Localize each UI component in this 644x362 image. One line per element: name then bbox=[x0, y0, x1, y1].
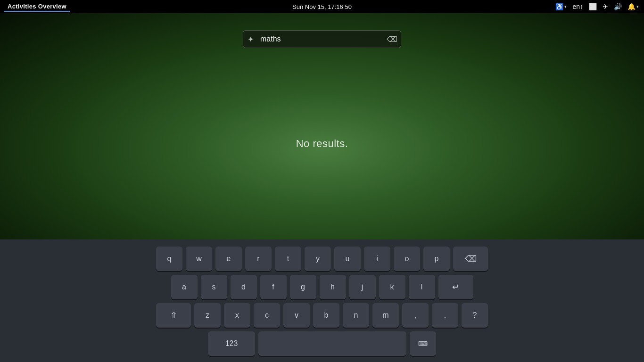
key-m[interactable]: m bbox=[372, 303, 399, 328]
display-tray-item[interactable]: ⬜ bbox=[587, 3, 598, 10]
search-input[interactable] bbox=[243, 30, 401, 48]
key-shift[interactable]: ⇧ bbox=[156, 303, 191, 328]
key-c[interactable]: c bbox=[254, 303, 280, 328]
key-l[interactable]: l bbox=[409, 275, 435, 299]
key-z[interactable]: z bbox=[194, 303, 221, 328]
keyboard-row-1: q w e r t y u i o p ⌫ bbox=[156, 247, 488, 271]
key-comma[interactable]: , bbox=[402, 303, 429, 328]
key-p[interactable]: p bbox=[423, 247, 450, 271]
keyboard-row-4: 123 ⌨ bbox=[208, 331, 436, 356]
key-j[interactable]: j bbox=[349, 275, 376, 299]
key-k[interactable]: k bbox=[379, 275, 405, 299]
system-tray: ♿ ▾ en↑ ⬜ ✈ 🔊 🔔 ▾ bbox=[554, 3, 640, 10]
accessibility-icon: ♿ bbox=[555, 3, 563, 10]
key-space[interactable] bbox=[258, 331, 406, 356]
no-results-label: No results. bbox=[296, 138, 348, 150]
accessibility-chevron: ▾ bbox=[564, 4, 567, 9]
key-period[interactable]: . bbox=[432, 303, 458, 328]
airplane-icon: ✈ bbox=[603, 3, 608, 10]
key-r[interactable]: r bbox=[245, 247, 272, 271]
lang-tray-item[interactable]: en↑ bbox=[571, 3, 585, 10]
keyboard-area: q w e r t y u i o p ⌫ a s d f g h j k l … bbox=[0, 239, 644, 362]
key-n[interactable]: n bbox=[343, 303, 369, 328]
key-g[interactable]: g bbox=[290, 275, 316, 299]
volume-icon: 🔊 bbox=[614, 3, 622, 10]
key-q[interactable]: q bbox=[156, 247, 182, 271]
keyboard-row-3: ⇧ z x c v b n m , . ? bbox=[156, 303, 488, 328]
key-question[interactable]: ? bbox=[462, 303, 488, 328]
display-icon: ⬜ bbox=[589, 3, 597, 10]
main-area: ✦ ⌫ No results. bbox=[0, 13, 644, 239]
volume-tray-item[interactable]: 🔊 bbox=[612, 3, 623, 10]
key-a[interactable]: a bbox=[171, 275, 198, 299]
key-u[interactable]: u bbox=[334, 247, 361, 271]
key-backspace[interactable]: ⌫ bbox=[453, 247, 488, 271]
keyboard-row-2: a s d f g h j k l ↵ bbox=[171, 275, 473, 299]
key-i[interactable]: i bbox=[364, 247, 390, 271]
notifications-icon: 🔔 bbox=[627, 3, 636, 10]
key-t[interactable]: t bbox=[275, 247, 301, 271]
search-container: ✦ ⌫ bbox=[243, 30, 401, 48]
activities-button[interactable]: Activities Overview bbox=[4, 2, 70, 12]
key-123[interactable]: 123 bbox=[208, 331, 255, 356]
accessibility-tray-item[interactable]: ♿ ▾ bbox=[554, 3, 568, 10]
key-w[interactable]: w bbox=[186, 247, 212, 271]
key-e[interactable]: e bbox=[215, 247, 242, 271]
clock: Sun Nov 15, 17:16:50 bbox=[292, 3, 352, 10]
key-enter[interactable]: ↵ bbox=[438, 275, 473, 299]
key-x[interactable]: x bbox=[224, 303, 250, 328]
key-b[interactable]: b bbox=[313, 303, 339, 328]
key-h[interactable]: h bbox=[320, 275, 346, 299]
airplane-tray-item[interactable]: ✈ bbox=[601, 3, 610, 10]
notifications-tray-item[interactable]: 🔔 ▾ bbox=[626, 3, 640, 10]
search-clear-button[interactable]: ⌫ bbox=[387, 35, 397, 44]
key-f[interactable]: f bbox=[260, 275, 287, 299]
key-o[interactable]: o bbox=[394, 247, 420, 271]
key-hide-keyboard[interactable]: ⌨ bbox=[410, 331, 436, 356]
topbar: Activities Overview Sun Nov 15, 17:16:50… bbox=[0, 0, 644, 13]
key-d[interactable]: d bbox=[231, 275, 257, 299]
key-s[interactable]: s bbox=[201, 275, 227, 299]
lang-label: en↑ bbox=[572, 3, 583, 10]
key-y[interactable]: y bbox=[305, 247, 331, 271]
key-v[interactable]: v bbox=[283, 303, 310, 328]
notifications-chevron: ▾ bbox=[636, 4, 639, 9]
